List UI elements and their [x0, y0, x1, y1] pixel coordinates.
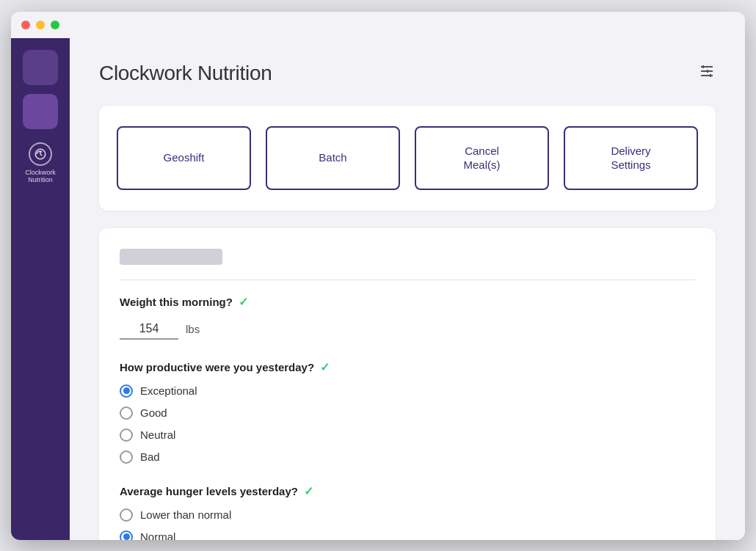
- weight-input[interactable]: [120, 319, 178, 340]
- weight-check-icon: ✓: [239, 295, 248, 309]
- radio-circle-bad: [120, 450, 133, 464]
- filter-icon[interactable]: [698, 64, 716, 83]
- weight-row: lbs: [120, 319, 695, 340]
- productive-question-label: How productive were you yesterday? ✓: [120, 360, 695, 374]
- radio-circle-lower: [120, 508, 133, 522]
- main-content: Clockwork Nutrition Geoshift Batch C: [70, 38, 745, 540]
- hunger-check-icon: ✓: [304, 484, 313, 498]
- sidebar-item-clockwork-nutrition[interactable]: Clockwork Nutrition: [11, 138, 70, 189]
- hunger-radio-group: Lower than normal Normal: [120, 508, 695, 540]
- radio-bad[interactable]: Bad: [120, 450, 695, 464]
- sidebar-item-1[interactable]: [23, 50, 58, 85]
- productive-radio-group: Exceptional Good Neutral Bad: [120, 384, 695, 464]
- weight-unit: lbs: [186, 323, 200, 335]
- delivery-settings-button[interactable]: DeliverySettings: [564, 126, 698, 190]
- hunger-question-label: Average hunger levels yesterday? ✓: [120, 484, 695, 498]
- productive-check-icon: ✓: [320, 360, 330, 374]
- sidebar-item-2[interactable]: [23, 94, 58, 129]
- loading-bar: [120, 249, 222, 265]
- radio-lower-than-normal[interactable]: Lower than normal: [120, 508, 695, 522]
- radio-circle-normal: [120, 530, 133, 540]
- radio-exceptional[interactable]: Exceptional: [120, 384, 695, 398]
- page-header: Clockwork Nutrition: [99, 62, 716, 85]
- divider: [120, 280, 695, 280]
- clockwork-nutrition-icon: [29, 142, 52, 166]
- sidebar-nav-label: Clockwork Nutrition: [14, 169, 67, 185]
- radio-normal[interactable]: Normal: [120, 530, 695, 540]
- sidebar: Clockwork Nutrition: [11, 38, 70, 540]
- app-window: Clockwork Nutrition Clockwork Nutrition: [11, 12, 745, 540]
- titlebar: [11, 12, 745, 38]
- radio-neutral[interactable]: Neutral: [120, 428, 695, 442]
- close-button[interactable]: [21, 21, 30, 29]
- batch-button[interactable]: Batch: [266, 126, 400, 190]
- form-card: Weight this morning? ✓ lbs How productiv…: [99, 228, 716, 540]
- minimize-button[interactable]: [36, 21, 45, 29]
- actions-card: Geoshift Batch CancelMeal(s) DeliverySet…: [99, 106, 716, 211]
- app-body: Clockwork Nutrition Clockwork Nutrition: [11, 38, 745, 540]
- radio-circle-exceptional: [120, 384, 133, 398]
- radio-circle-neutral: [120, 428, 133, 442]
- page-title: Clockwork Nutrition: [99, 62, 272, 85]
- radio-circle-good: [120, 406, 133, 420]
- weight-question-label: Weight this morning? ✓: [120, 295, 695, 309]
- cancel-meals-button[interactable]: CancelMeal(s): [415, 126, 549, 190]
- radio-good[interactable]: Good: [120, 406, 695, 420]
- geoshift-button[interactable]: Geoshift: [117, 126, 251, 190]
- maximize-button[interactable]: [51, 21, 59, 29]
